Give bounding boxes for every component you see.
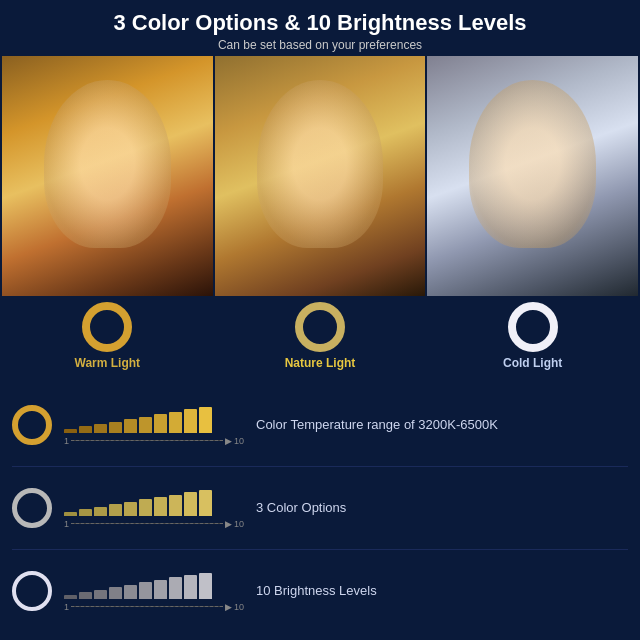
feature-text-3: 10 Brightness Levels bbox=[256, 583, 377, 600]
bars-area-2: 1 ▶ 10 bbox=[64, 488, 244, 529]
bar-6 bbox=[139, 582, 152, 598]
header: 3 Color Options & 10 Brightness Levels C… bbox=[0, 0, 640, 56]
bars-grid-3 bbox=[64, 571, 244, 599]
nature-ring-icon bbox=[295, 302, 345, 352]
feature-ring-2 bbox=[12, 488, 52, 528]
bar-8 bbox=[169, 412, 182, 433]
bar-2 bbox=[79, 426, 92, 432]
cold-photo-panel bbox=[427, 56, 638, 296]
bar-7 bbox=[154, 414, 167, 433]
bar-1 bbox=[64, 429, 77, 433]
bar-5 bbox=[124, 502, 137, 516]
feature-row-temperature: 1 ▶ 10 Color Temperature range of 3200K-… bbox=[12, 384, 628, 467]
bar-scale-line-1 bbox=[71, 440, 223, 441]
cold-person-image bbox=[427, 56, 638, 296]
bar-5 bbox=[124, 419, 137, 433]
feature-text-2: 3 Color Options bbox=[256, 500, 346, 517]
bar-scale-start: 1 bbox=[64, 436, 69, 446]
page-title: 3 Color Options & 10 Brightness Levels bbox=[20, 10, 620, 36]
bar-1 bbox=[64, 595, 77, 599]
bar-10 bbox=[199, 573, 212, 599]
bar-scale-end: 10 bbox=[234, 436, 244, 446]
bar-7 bbox=[154, 580, 167, 599]
bars-area-1: 1 ▶ 10 bbox=[64, 405, 244, 446]
bar-scale-start-2: 1 bbox=[64, 519, 69, 529]
bar-scale-2: 1 ▶ 10 bbox=[64, 519, 244, 529]
bar-scale-line-2 bbox=[71, 523, 223, 524]
bar-4 bbox=[109, 504, 122, 515]
bar-9 bbox=[184, 575, 197, 599]
feature-row-colors: 1 ▶ 10 3 Color Options bbox=[12, 467, 628, 550]
bar-9 bbox=[184, 409, 197, 433]
bar-scale-line-3 bbox=[71, 606, 223, 607]
cold-ring-panel: Cold Light bbox=[427, 296, 638, 376]
bar-scale-end-3: 10 bbox=[234, 602, 244, 612]
ring-indicators: Warm Light Nature Light Cold Light bbox=[0, 296, 640, 376]
photo-section bbox=[0, 56, 640, 296]
bar-scale-end-2: 10 bbox=[234, 519, 244, 529]
bar-scale-start-3: 1 bbox=[64, 602, 69, 612]
bar-8 bbox=[169, 495, 182, 516]
bars-grid-1 bbox=[64, 405, 244, 433]
bar-7 bbox=[154, 497, 167, 516]
warm-ring-label: Warm Light bbox=[75, 356, 141, 370]
bar-1 bbox=[64, 512, 77, 516]
page-subtitle: Can be set based on your preferences bbox=[20, 38, 620, 52]
bar-3 bbox=[94, 507, 107, 516]
warm-ring-panel: Warm Light bbox=[2, 296, 213, 376]
bar-8 bbox=[169, 577, 182, 598]
warm-photo bbox=[2, 56, 213, 296]
bar-2 bbox=[79, 509, 92, 515]
bar-6 bbox=[139, 417, 152, 433]
bar-6 bbox=[139, 499, 152, 515]
bar-10 bbox=[199, 407, 212, 433]
bar-5 bbox=[124, 585, 137, 599]
nature-person-image bbox=[215, 56, 426, 296]
cold-photo bbox=[427, 56, 638, 296]
feature-row-brightness: 1 ▶ 10 10 Brightness Levels bbox=[12, 550, 628, 632]
page: 3 Color Options & 10 Brightness Levels C… bbox=[0, 0, 640, 640]
bar-10 bbox=[199, 490, 212, 516]
cold-ring-label: Cold Light bbox=[503, 356, 562, 370]
feature-text-1: Color Temperature range of 3200K-6500K bbox=[256, 417, 498, 434]
feature-ring-1 bbox=[12, 405, 52, 445]
features-section: 1 ▶ 10 Color Temperature range of 3200K-… bbox=[0, 376, 640, 640]
bar-scale-1: 1 ▶ 10 bbox=[64, 436, 244, 446]
bar-4 bbox=[109, 587, 122, 598]
nature-photo-panel bbox=[215, 56, 426, 296]
nature-photo bbox=[215, 56, 426, 296]
bar-4 bbox=[109, 422, 122, 433]
bar-scale-3: 1 ▶ 10 bbox=[64, 602, 244, 612]
bar-3 bbox=[94, 424, 107, 433]
bar-9 bbox=[184, 492, 197, 516]
bars-grid-2 bbox=[64, 488, 244, 516]
nature-ring-panel: Nature Light bbox=[215, 296, 426, 376]
cold-ring-icon bbox=[508, 302, 558, 352]
bars-area-3: 1 ▶ 10 bbox=[64, 571, 244, 612]
warm-photo-panel bbox=[2, 56, 213, 296]
feature-ring-3 bbox=[12, 571, 52, 611]
warm-person-image bbox=[2, 56, 213, 296]
bar-2 bbox=[79, 592, 92, 598]
warm-ring-icon bbox=[82, 302, 132, 352]
nature-ring-label: Nature Light bbox=[285, 356, 356, 370]
bar-3 bbox=[94, 590, 107, 599]
